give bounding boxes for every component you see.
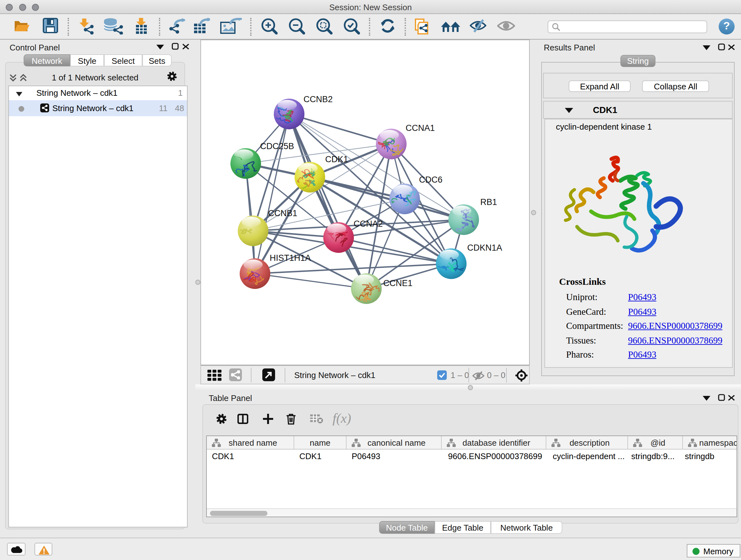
svg-text:RB1: RB1 bbox=[480, 197, 497, 207]
svg-text:CCNE1: CCNE1 bbox=[383, 278, 413, 288]
svg-text:CDK1: CDK1 bbox=[325, 154, 348, 164]
svg-text:CCNB2: CCNB2 bbox=[304, 95, 333, 104]
svg-text:CDKN1A: CDKN1A bbox=[467, 243, 502, 253]
svg-text:CDC25B: CDC25B bbox=[260, 141, 294, 151]
svg-text:CCNB1: CCNB1 bbox=[268, 208, 297, 218]
svg-text:CCNA2: CCNA2 bbox=[354, 219, 383, 229]
svg-text:HIST1H1A: HIST1H1A bbox=[270, 253, 311, 263]
svg-text:CCNA1: CCNA1 bbox=[406, 123, 435, 133]
svg-text:CDC6: CDC6 bbox=[419, 175, 443, 185]
